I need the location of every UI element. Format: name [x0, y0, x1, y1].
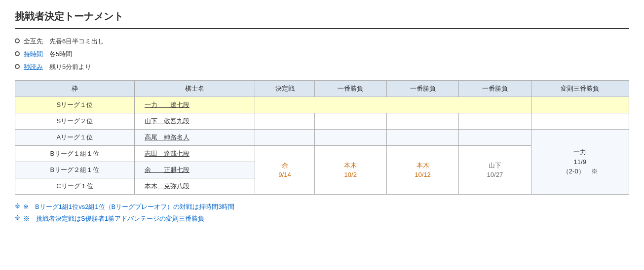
note-symbol-1: ※ — [15, 202, 20, 211]
rule-text-2: 持時間 各5時間 — [24, 50, 72, 59]
col-header-match3: 一番勝負 — [459, 81, 531, 97]
bullet-icon-3 — [15, 64, 20, 69]
match1-cell — [314, 113, 386, 130]
col-header-match2: 一番勝負 — [386, 81, 458, 97]
rank-cell: Bリーグ１組１位 — [15, 146, 135, 162]
note-symbol-2: ※ — [15, 214, 20, 223]
col-header-player: 棋士名 — [134, 81, 255, 97]
decision-cell: 余9/14 — [255, 146, 314, 195]
rank-cell: Cリーグ１位 — [15, 178, 135, 195]
span-cell — [255, 97, 531, 113]
rank-cell: Aリーグ１位 — [15, 130, 135, 146]
rule-item-2: 持時間 各5時間 — [15, 50, 629, 59]
player-link[interactable]: 志田 達哉七段 — [145, 150, 189, 157]
table-row: Sリーグ２位 山下 敬吾九段 — [15, 113, 629, 130]
decision-cell — [255, 130, 314, 146]
final-cell — [531, 113, 629, 130]
page-title: 挑戦者決定トーナメント — [15, 10, 629, 29]
match2-cell: 本木10/12 — [386, 146, 458, 195]
player-link[interactable]: 山下 敬吾九段 — [145, 117, 189, 125]
player-link[interactable]: 余 正麒七段 — [145, 166, 189, 173]
rank-cell: Sリーグ２位 — [15, 113, 135, 130]
final-result-text: 一力11/9（2-0） ※ — [536, 147, 624, 176]
player-cell: 余 正麒七段 — [134, 162, 255, 178]
match1-text: 本木10/2 — [320, 161, 381, 180]
rank-cell: Sリーグ１位 — [15, 97, 135, 113]
rule-text-1: 全互先 先番6目半コミ出し — [24, 37, 104, 46]
match1-cell — [314, 130, 386, 146]
rules-list: 全互先 先番6目半コミ出し 持時間 各5時間 秒読み 残り5分前より — [15, 37, 629, 71]
match3-cell — [459, 113, 531, 130]
rule-highlight-3: 秒読み — [24, 63, 43, 70]
note-2: ※ ※ 挑戦者決定戦はS優勝者1勝アドバンテージの変則三番勝負 — [15, 214, 629, 223]
note-1: ※ ※ Bリーグ1組1位vs2組1位（Bリーグプレーオフ）の対戦は持時間3時間 — [15, 202, 629, 211]
player-cell: 志田 達哉七段 — [134, 146, 255, 162]
player-link[interactable]: 一力 遼七段 — [145, 101, 189, 108]
bullet-icon-1 — [15, 38, 20, 43]
table-row: Aリーグ１位 高尾 紳路名人 一力11/9（2-0） ※ — [15, 130, 629, 146]
final-result-cell: 一力11/9（2-0） ※ — [531, 130, 629, 195]
col-header-match1: 一番勝負 — [314, 81, 386, 97]
col-header-rank: 枠 — [15, 81, 135, 97]
player-cell: 山下 敬吾九段 — [134, 113, 255, 130]
rule-item-3: 秒読み 残り5分前より — [15, 63, 629, 71]
player-link[interactable]: 高尾 紳路名人 — [145, 134, 189, 141]
col-header-decision: 決定戦 — [255, 81, 314, 97]
rule-highlight-2: 持時間 — [24, 50, 43, 58]
bullet-icon-2 — [15, 51, 20, 56]
note-text-1: ※ Bリーグ1組1位vs2組1位（Bリーグプレーオフ）の対戦は持時間3時間 — [23, 202, 235, 211]
match2-cell — [386, 113, 458, 130]
decision-cell — [255, 113, 314, 130]
player-cell: 高尾 紳路名人 — [134, 130, 255, 146]
rule-text-3: 秒読み 残り5分前より — [24, 63, 91, 71]
match2-text: 本木10/12 — [392, 161, 454, 180]
player-link[interactable]: 本木 克弥八段 — [145, 182, 189, 190]
rule-item-1: 全互先 先番6目半コミ出し — [15, 37, 629, 46]
player-cell: 一力 遼七段 — [134, 97, 255, 113]
rank-cell: Bリーグ２組１位 — [15, 162, 135, 178]
col-header-final: 変則三番勝負 — [531, 81, 629, 97]
match3-text: 山下10/27 — [464, 161, 526, 180]
player-cell: 本木 克弥八段 — [134, 178, 255, 195]
note-text-2: ※ 挑戦者決定戦はS優勝者1勝アドバンテージの変則三番勝負 — [23, 214, 204, 223]
match3-cell: 山下10/27 — [459, 146, 531, 195]
notes-section: ※ ※ Bリーグ1組1位vs2組1位（Bリーグプレーオフ）の対戦は持時間3時間 … — [15, 202, 629, 223]
decision-text: 余9/14 — [260, 161, 309, 180]
tournament-table: 枠 棋士名 決定戦 一番勝負 一番勝負 一番勝負 変則三番勝負 Sリーグ１位 一… — [15, 80, 629, 195]
match3-cell — [459, 130, 531, 146]
final-cell — [531, 97, 629, 113]
match2-cell — [386, 130, 458, 146]
table-row: Sリーグ１位 一力 遼七段 — [15, 97, 629, 113]
match1-cell: 本木10/2 — [314, 146, 386, 195]
